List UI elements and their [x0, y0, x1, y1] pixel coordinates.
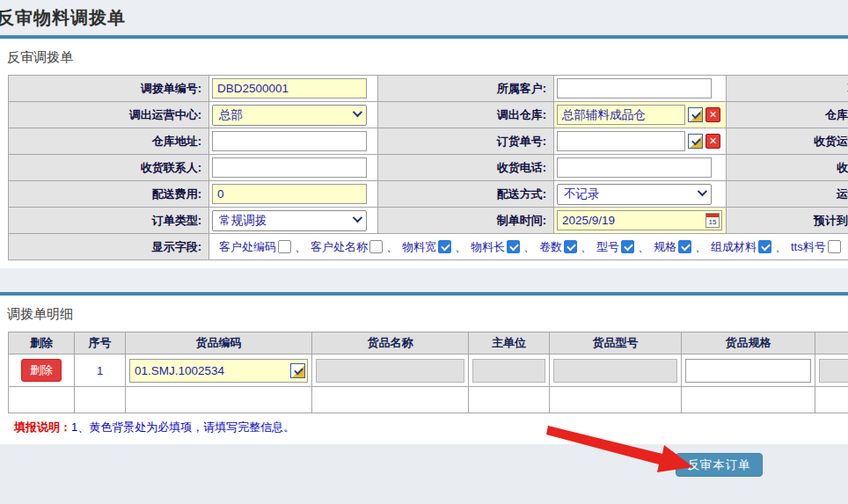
receiver-contact-label: 收货联系人: [9, 155, 209, 181]
col-header-model: 货品型号 [550, 332, 682, 354]
receiver-phone-label: 收货电话: [378, 155, 554, 181]
transport-label-truncated: 运输 [727, 181, 848, 208]
checkbox[interactable] [438, 240, 451, 253]
detail-empty-row [9, 387, 848, 413]
delivery-method-selected-value: 不记录 [564, 186, 600, 202]
detail-table: 删除 序号 货品编码 货品名称 主单位 货品型号 货品规格 删除 1 [8, 332, 848, 413]
checkbox[interactable] [828, 240, 841, 253]
chevron-down-icon [698, 186, 707, 196]
contact-label-truncated: 联 [727, 76, 848, 102]
checkbox[interactable] [621, 240, 634, 253]
order-no-input[interactable] [212, 78, 367, 99]
out-center-select[interactable]: 总部 [212, 105, 367, 126]
detail-header-row: 删除 序号 货品编码 货品名称 主单位 货品型号 货品规格 [9, 332, 848, 354]
item-model-readonly [553, 359, 677, 383]
calendar-icon[interactable]: 15 [705, 213, 720, 228]
form-row: 收货联系人: 收货电话: 收货 [9, 155, 848, 181]
delivery-fee-label: 配送费用: [9, 181, 209, 208]
checkbox[interactable] [564, 240, 577, 253]
option-label: 组成材料 [711, 239, 757, 255]
order-form-table: 调拨单编号: 所属客户: 联 调出运营中心: 总部 调出仓库: ✕ [8, 75, 848, 260]
lookup-icon[interactable] [688, 134, 703, 149]
order-no-label: 调拨单编号: [9, 76, 209, 102]
checkbox[interactable] [369, 240, 383, 253]
display-fields-options: 客户处编码 、 客户处名称 、 物料宽 、 物料长 、 卷数 、 型号 、 规格… [212, 239, 848, 255]
customer-label: 所属客户: [378, 76, 554, 102]
fill-note: 填报说明：1、黄色背景处为必填项，请填写完整信息。 [14, 420, 848, 435]
form-row: 仓库地址: 订货单号: ✕ 收货运营 [9, 128, 848, 155]
chevron-down-icon [353, 107, 362, 117]
create-time-label: 制单时间: [378, 208, 554, 234]
delivery-fee-input[interactable] [212, 184, 367, 204]
order-ref-no-label: 订货单号: [378, 128, 554, 155]
option-label: tts料号 [791, 239, 826, 255]
item-extra-readonly [819, 359, 848, 383]
col-header-spec: 货品规格 [682, 332, 815, 354]
checkbox[interactable] [758, 240, 771, 253]
note-text: 1、黄色背景处为必填项，请填写完整信息。 [71, 420, 295, 434]
col-header-delete: 删除 [9, 332, 75, 354]
eta-label-truncated: 预计到达 [727, 208, 848, 234]
form-row: 调拨单编号: 所属客户: 联 [9, 76, 848, 102]
create-time-input[interactable] [557, 210, 722, 230]
display-fields-label: 显示字段: [9, 234, 209, 260]
lookup-icon[interactable] [290, 363, 305, 378]
col-header-name: 货品名称 [312, 332, 469, 354]
form-row: 显示字段: 客户处编码 、 客户处名称 、 物料宽 、 物料长 、 卷数 、 型… [9, 234, 848, 260]
warehouse-contact-label-truncated: 仓库联 [727, 102, 848, 128]
clear-icon[interactable]: ✕ [705, 107, 720, 122]
checkbox[interactable] [678, 240, 691, 253]
page-title: 反审物料调拨单 [0, 0, 848, 30]
order-type-label: 订单类型: [9, 208, 209, 234]
form-row: 订单类型: 常规调拨 制单时间: 15 预计到达 [9, 208, 848, 234]
receive-center-label-truncated: 收货运营 [727, 128, 848, 155]
section-divider [0, 292, 848, 296]
warehouse-addr-label: 仓库地址: [9, 128, 209, 155]
form-row: 配送费用: 配送方式: 不记录 运输 [9, 181, 848, 208]
item-code-input[interactable] [129, 359, 308, 383]
customer-input[interactable] [557, 78, 712, 99]
receive-addr-label-truncated: 收货 [727, 155, 848, 181]
detail-section-title: 调拨单明细 [7, 306, 848, 323]
delivery-method-select[interactable]: 不记录 [557, 184, 712, 205]
reverse-audit-button[interactable]: 反审本订单 [676, 453, 763, 477]
order-type-selected-value: 常规调拨 [219, 213, 267, 229]
order-type-select[interactable]: 常规调拨 [212, 210, 367, 231]
option-label: 型号 [596, 239, 619, 255]
checkbox[interactable] [278, 240, 291, 253]
row-seq: 1 [75, 354, 126, 387]
lookup-icon[interactable] [688, 107, 703, 122]
option-label: 物料宽 [402, 239, 436, 255]
out-warehouse-label: 调出仓库: [378, 102, 554, 128]
footer-bar: 反审本订单 [0, 444, 848, 504]
page-header-band: 反审物料调拨单 [0, 0, 848, 35]
out-center-label: 调出运营中心: [9, 102, 209, 128]
order-form-section: 反审调拨单 调拨单编号: 所属客户: 联 调出运营中心: 总部 调出仓库: [0, 49, 848, 268]
detail-row: 删除 1 [9, 354, 848, 387]
receiver-contact-input[interactable] [212, 157, 367, 178]
receiver-phone-input[interactable] [557, 157, 712, 178]
delivery-method-label: 配送方式: [378, 181, 554, 208]
item-spec-input[interactable] [685, 359, 811, 383]
col-header-extra [815, 332, 848, 354]
note-prefix: 填报说明： [14, 420, 71, 434]
option-label: 客户处名称 [311, 239, 368, 255]
checkbox[interactable] [507, 240, 520, 253]
calendar-day: 15 [706, 217, 719, 227]
item-unit-readonly [472, 359, 545, 383]
order-form-section-title: 反审调拨单 [7, 49, 848, 66]
option-label: 客户处编码 [219, 239, 276, 255]
col-header-seq: 序号 [75, 332, 126, 354]
out-center-selected-value: 总部 [219, 107, 243, 123]
detail-section: 调拨单明细 删除 序号 货品编码 货品名称 主单位 货品型号 货品规格 删除 1 [0, 306, 848, 451]
warehouse-addr-input[interactable] [212, 131, 367, 151]
chevron-down-icon [353, 213, 362, 223]
form-row: 调出运营中心: 总部 调出仓库: ✕ 仓库联 [9, 102, 848, 128]
order-ref-no-input[interactable] [557, 131, 685, 151]
out-warehouse-input[interactable] [557, 105, 685, 125]
section-separator-band [0, 268, 848, 292]
delete-row-button[interactable]: 删除 [21, 359, 62, 382]
col-header-unit: 主单位 [469, 332, 550, 354]
item-name-readonly [316, 359, 464, 383]
clear-icon[interactable]: ✕ [705, 134, 720, 149]
